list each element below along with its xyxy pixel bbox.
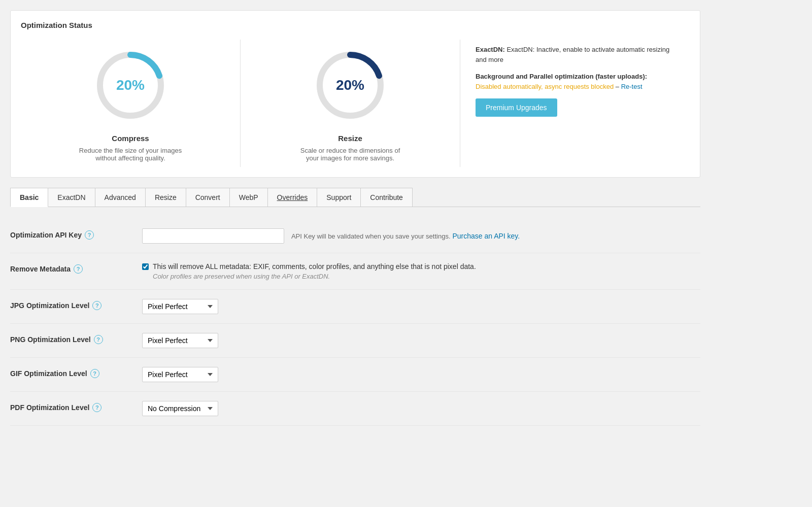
retest-link[interactable]: Re-test <box>621 83 642 90</box>
resize-label: Resize <box>338 134 362 143</box>
compress-label: Compress <box>112 134 149 143</box>
api-key-input[interactable] <box>142 228 284 244</box>
status-gauges: 20% Compress Reduce the file size of you… <box>21 40 690 167</box>
gif-level-control: Pixel Perfect High Medium Low <box>142 367 700 382</box>
pdf-level-select[interactable]: No Compression Low Medium High <box>142 401 218 416</box>
png-level-label: PNG Optimization Level ? <box>10 333 142 344</box>
tab-overrides[interactable]: Overrides <box>267 188 318 207</box>
png-level-control: Pixel Perfect High Medium Low <box>142 333 700 348</box>
bg-status-text: Disabled automatically, async requests b… <box>476 83 614 90</box>
remove-metadata-checkbox[interactable] <box>142 263 149 270</box>
resize-gauge: 20% <box>310 45 391 126</box>
tabs-nav: BasicExactDNAdvancedResizeConvertWebPOve… <box>10 188 700 207</box>
api-key-purchase-link[interactable]: Purchase an API key. <box>452 232 520 240</box>
jpg-level-select[interactable]: Pixel Perfect High Medium Low <box>142 299 218 314</box>
jpg-level-label: JPG Optimization Level ? <box>10 299 142 310</box>
remove-metadata-control: This will remove ALL metadata: EXIF, com… <box>142 262 700 280</box>
resize-description: Scale or reduce the dimensions of your i… <box>294 147 406 162</box>
pdf-level-help-icon[interactable]: ? <box>92 403 101 412</box>
tab-exactdn[interactable]: ExactDN <box>48 188 95 207</box>
premium-upgrades-button[interactable]: Premium Upgrades <box>476 98 557 117</box>
bg-separator: – <box>616 83 621 90</box>
compress-section: 20% Compress Reduce the file size of you… <box>21 40 241 167</box>
info-section: ExactDN: ExactDN: Inactive, enable to ac… <box>460 40 690 122</box>
png-level-help-icon[interactable]: ? <box>94 335 103 344</box>
status-card-title: Optimization Status <box>21 21 690 29</box>
jpg-level-help-icon[interactable]: ? <box>92 301 101 310</box>
compress-percent: 20% <box>116 77 145 93</box>
api-key-note: API Key will be validated when you save … <box>291 232 451 240</box>
api-key-control: API Key will be validated when you save … <box>142 228 700 244</box>
resize-percent: 20% <box>336 77 364 93</box>
gif-level-select[interactable]: Pixel Perfect High Medium Low <box>142 367 218 382</box>
tab-contribute[interactable]: Contribute <box>360 188 413 207</box>
api-key-row: Optimization API Key ? API Key will be v… <box>10 219 700 253</box>
tab-convert[interactable]: Convert <box>186 188 230 207</box>
tab-advanced[interactable]: Advanced <box>95 188 146 207</box>
remove-metadata-row: Remove Metadata ? This will remove ALL m… <box>10 253 700 290</box>
png-level-row: PNG Optimization Level ? Pixel Perfect H… <box>10 324 700 358</box>
pdf-level-control: No Compression Low Medium High <box>142 401 700 416</box>
pdf-level-label: PDF Optimization Level ? <box>10 401 142 412</box>
remove-metadata-label: Remove Metadata ? <box>10 262 142 274</box>
api-key-label: Optimization API Key ? <box>10 228 142 240</box>
tab-resize[interactable]: Resize <box>145 188 186 207</box>
settings-form: Optimization API Key ? API Key will be v… <box>10 219 700 426</box>
tab-support[interactable]: Support <box>317 188 361 207</box>
gif-level-help-icon[interactable]: ? <box>90 369 99 378</box>
jpg-level-control: Pixel Perfect High Medium Low <box>142 299 700 314</box>
jpg-level-row: JPG Optimization Level ? Pixel Perfect H… <box>10 290 700 324</box>
compress-description: Reduce the file size of your images with… <box>75 147 186 162</box>
gif-level-label: GIF Optimization Level ? <box>10 367 142 378</box>
remove-metadata-help-icon[interactable]: ? <box>74 264 83 274</box>
compress-gauge: 20% <box>90 45 171 126</box>
png-level-select[interactable]: Pixel Perfect High Medium Low <box>142 333 218 348</box>
pdf-level-row: PDF Optimization Level ? No Compression … <box>10 392 700 426</box>
status-card: Optimization Status 20% Compress Reduce … <box>10 10 700 178</box>
exactdn-status: ExactDN: ExactDN: Inactive, enable to ac… <box>476 45 674 64</box>
resize-section: 20% Resize Scale or reduce the dimension… <box>241 40 460 167</box>
remove-metadata-sub-text: Color profiles are preserved when using … <box>153 273 476 280</box>
tab-basic[interactable]: Basic <box>10 188 48 207</box>
bg-optimization-status: Background and Parallel optimization (fa… <box>476 72 674 91</box>
gif-level-row: GIF Optimization Level ? Pixel Perfect H… <box>10 358 700 392</box>
tab-webp[interactable]: WebP <box>229 188 268 207</box>
api-key-help-icon[interactable]: ? <box>85 230 94 240</box>
remove-metadata-main-text: This will remove ALL metadata: EXIF, com… <box>153 262 476 271</box>
